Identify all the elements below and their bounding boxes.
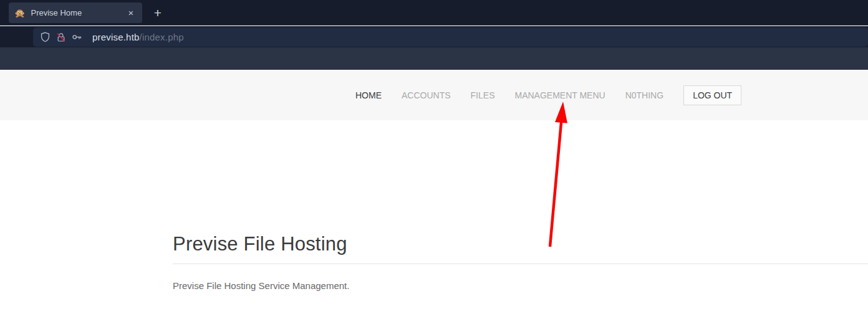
logout-button[interactable]: LOG OUT [683,85,741,105]
tab-title: Previse Home [31,8,125,17]
page-title: Previse File Hosting [173,233,347,255]
intro-text: Previse File Hosting Service Management. [173,279,349,292]
tab-bar: 🙊 Previse Home × + [0,0,868,26]
page-content: HOME ACCOUNTS FILES MANAGEMENT MENU N0TH… [0,70,868,309]
bookmarks-bar [0,47,868,70]
insecure-lock-icon[interactable] [56,32,66,42]
navigation-toolbar: previse.htb/index.php [0,26,868,47]
url-bar[interactable]: previse.htb/index.php [33,27,868,47]
monkey-favicon-icon: 🙊 [14,9,25,17]
nav-item-management-menu[interactable]: MANAGEMENT MENU [514,90,605,100]
nav-item-n0thing[interactable]: N0THING [625,90,663,100]
url-text: previse.htb/index.php [92,32,184,42]
tab-close-icon[interactable]: × [125,7,137,19]
site-nav-menu: HOME ACCOUNTS FILES MANAGEMENT MENU N0TH… [0,70,868,120]
browser-window: 🙊 Previse Home × + [0,0,868,309]
nav-item-home[interactable]: HOME [355,90,382,100]
nav-item-accounts[interactable]: ACCOUNTS [402,90,451,100]
key-icon[interactable] [72,32,82,42]
url-path: /index.php [140,32,184,42]
new-tab-button[interactable]: + [149,4,166,22]
shield-icon[interactable] [40,32,51,42]
signup-text: Don't have an account? Create one! [173,307,322,309]
url-domain: previse.htb [92,32,140,42]
nav-item-files[interactable]: FILES [471,90,495,100]
title-divider [173,264,868,264]
browser-tab[interactable]: 🙊 Previse Home × [9,2,142,23]
